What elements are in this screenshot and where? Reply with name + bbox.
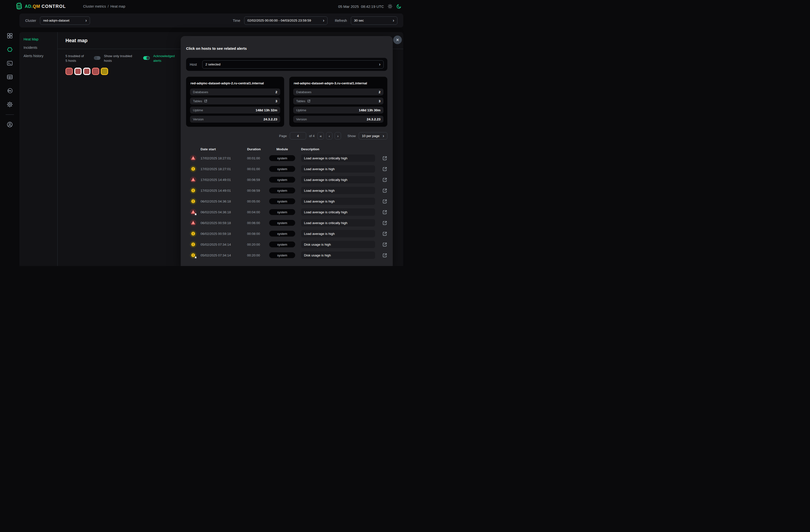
open-alert-link-icon[interactable] [382,199,387,204]
open-alert-link-icon[interactable] [382,242,387,247]
heatmap-host-cell[interactable] [92,68,99,75]
external-link-icon[interactable] [204,99,207,103]
related-alerts-panel: ✕ Click on hosts to see related alerts H… [181,36,393,266]
tables-icon[interactable] [7,74,13,80]
alert-date-start: 06/02/2025 00:59:18 [200,232,247,236]
external-link-icon[interactable] [307,99,311,103]
monitoring-hexagon-icon[interactable] [7,47,13,52]
alert-module-badge: system [269,209,295,215]
host-card-hostname: red-adqmc-dataset-adqm-3.ru-central1.int… [294,81,384,85]
alert-module-badge: system [269,220,295,226]
alert-row: 17/02/2025 14:49:01 00:06:59 system Load… [186,174,387,185]
terminal-icon[interactable] [7,60,13,66]
host-stat-value: 3 [275,99,277,103]
host-cards: red-adqmc-dataset-adqm-2.ru-central1.int… [186,77,387,127]
light-theme-button[interactable] [387,4,393,9]
time-label: Time [233,19,240,22]
subnav-item-alerts-history[interactable]: Alerts history [19,52,58,60]
host-stat-row: Uptime 148d 13h 32m [190,107,280,113]
chevron-right-icon: › [379,62,380,66]
show-troubled-toggle[interactable] [94,56,100,60]
cluster-select[interactable]: red-adqm-dataset › [40,16,90,25]
alert-date-start: 06/02/2025 00:59:18 [200,221,247,225]
subnav-item-heat-map[interactable]: Heat Map [19,35,58,43]
host-stat-label: Version [193,117,204,121]
settings-gear-icon[interactable] [7,101,13,107]
open-alert-link-icon[interactable] [382,166,387,172]
alert-duration: 00:20:00 [247,254,269,257]
first-page-button[interactable]: « [318,132,324,140]
acknowledged-bell-icon [194,256,197,259]
header-description: Description [301,147,375,151]
cluster-label: Cluster [25,19,36,22]
app-logo[interactable]: AD. QM CONTROL [15,2,66,10]
warning-alert-icon [190,198,196,205]
open-alert-link-icon[interactable] [382,156,387,161]
alert-duration: 00:06:59 [247,178,269,182]
breadcrumb-section[interactable]: Cluster metrics [83,4,106,8]
warning-alert-icon [190,230,196,237]
access-key-icon[interactable] [7,88,13,94]
alert-row: 06/02/2025 04:36:18 00:05:00 system Load… [186,196,387,207]
warning-alert-icon [190,166,196,172]
open-alert-link-icon[interactable] [382,188,387,193]
alert-row: 17/02/2025 14:49:01 00:08:59 system Load… [186,185,387,196]
open-alert-link-icon[interactable] [382,231,387,236]
host-stat-row: Version 24.3.2.23 [190,116,280,123]
host-stat-label: Version [296,117,307,121]
heatmap-host-cell[interactable] [74,68,82,75]
subnav: Heat MapIncidentsAlerts history [19,32,58,266]
alert-duration: 00:05:00 [247,199,269,203]
alert-duration: 00:01:00 [247,167,269,171]
heatmap-host-cell[interactable] [65,68,73,75]
alert-duration: 00:06:00 [247,221,269,225]
next-page-button[interactable]: › [335,132,341,140]
dashboard-grid-icon[interactable] [7,33,13,39]
icon-rail [0,33,19,135]
heatmap-host-cell[interactable] [101,68,108,75]
alerts-table: Date start Duration Module Description [186,145,387,261]
alert-description: Load average is critically high [301,155,375,162]
alert-duration: 00:20:00 [247,243,269,246]
host-stat-label: Tables [193,99,202,103]
per-page-select[interactable]: 10 per page › [359,132,387,140]
alert-row: 17/02/2025 18:27:01 00:01:00 system Load… [186,163,387,174]
heatmap-cells [65,68,108,75]
warning-alert-icon [190,187,196,194]
alert-date-start: 17/02/2025 18:27:01 [200,167,247,171]
alert-date-start: 17/02/2025 18:27:01 [200,157,247,160]
acknowledged-toggle[interactable] [143,56,150,60]
alert-description: Load average is critically high [301,219,375,227]
critical-alert-icon [190,220,196,226]
dark-theme-button[interactable] [396,4,402,9]
page-title: Heat map [65,38,87,43]
close-button[interactable]: ✕ [393,35,402,44]
open-alert-link-icon[interactable] [382,177,387,182]
acknowledged-label: Acknowledged alerts [153,54,183,63]
alert-module-badge: system [269,241,295,247]
app-header: AD. QM CONTROL Cluster metrics / Heat ma… [0,0,405,13]
refresh-select[interactable]: 30 sec › [351,16,398,25]
open-alert-link-icon[interactable] [382,253,387,258]
alert-duration: 00:01:00 [247,157,269,160]
subnav-item-incidents[interactable]: Incidents [19,43,58,52]
alert-date-start: 05/02/2025 07:34:14 [200,243,247,246]
page-total: of 4 [309,134,315,138]
page-input[interactable] [290,132,306,140]
host-stat-label: Uptime [193,108,203,112]
alert-description: Load average is high [301,165,375,173]
cluster-value: red-adqm-dataset [43,19,83,22]
host-stat-value: 2 [378,90,380,94]
brand-control: CONTROL [42,4,66,9]
host-select[interactable]: 2 selected › [202,60,384,69]
open-alert-link-icon[interactable] [382,221,387,226]
chevron-right-icon: › [383,133,384,138]
time-range-select[interactable]: 02/02/2025 00:00:00 - 04/03/2025 23:59:5… [244,16,327,25]
prev-page-button[interactable]: ‹ [326,132,333,140]
brand-text: AD. QM CONTROL [25,4,66,9]
heatmap-host-cell[interactable] [83,68,91,75]
clock-time: 08:42:19 UTC [361,4,384,9]
clock-date: 05 Mar 2025 [338,4,359,9]
open-alert-link-icon[interactable] [382,210,387,215]
account-icon[interactable] [7,122,13,128]
